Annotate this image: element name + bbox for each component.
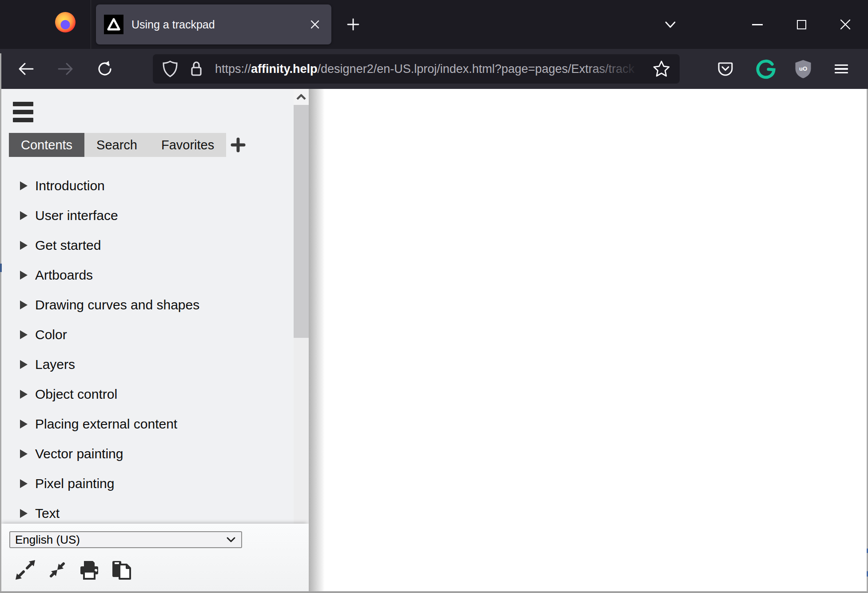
back-button[interactable] (13, 56, 38, 81)
browser-window: Using a trackpad (0, 0, 868, 593)
tree-item-user-interface[interactable]: User interface (0, 200, 291, 230)
tab-title: Using a trackpad (131, 18, 307, 31)
minimize-icon (752, 24, 763, 25)
language-select[interactable]: English (US) (9, 531, 242, 548)
grammarly-icon[interactable] (755, 58, 777, 80)
tree-item-introduction[interactable]: Introduction (0, 171, 291, 200)
screen-edge-artifact (0, 264, 2, 272)
expand-all-icon[interactable] (12, 557, 38, 583)
print-icon[interactable] (76, 557, 102, 583)
forward-button[interactable] (53, 56, 78, 81)
expand-arrow-icon[interactable] (20, 390, 28, 399)
scrollbar-up-arrow-icon[interactable] (294, 89, 309, 105)
navigation-toolbar: https://affinity.help/designer2/en-US.lp… (0, 49, 868, 89)
reload-button[interactable] (92, 56, 117, 81)
url-path: /designer2/en-US.lproj/index.html?page=p… (318, 62, 635, 76)
connection-secure-lock-icon[interactable] (189, 60, 203, 78)
affinity-favicon-icon (104, 15, 123, 34)
tree-item-get-started[interactable]: Get started (0, 230, 291, 260)
expand-arrow-icon[interactable] (20, 211, 28, 220)
url-domain: affinity.help (251, 62, 318, 76)
help-sidebar: Contents Search Favorites Introduction U… (0, 89, 309, 591)
minimize-button[interactable] (745, 12, 769, 36)
list-all-tabs-chevron-icon[interactable] (658, 12, 682, 36)
expand-arrow-icon[interactable] (20, 271, 28, 280)
url-bar[interactable]: https://affinity.help/designer2/en-US.lp… (153, 54, 680, 84)
expand-arrow-icon[interactable] (20, 449, 28, 458)
tree-item-vector-painting[interactable]: Vector painting (0, 439, 291, 469)
ublock-origin-icon[interactable]: uO (792, 58, 814, 80)
select-chevron-down-icon (226, 536, 236, 543)
tracking-protection-shield-icon[interactable] (162, 60, 178, 78)
scrollbar-thumb[interactable] (294, 105, 309, 338)
url-text: https://affinity.help/designer2/en-US.lp… (215, 62, 651, 76)
tree-item-placing-external-content[interactable]: Placing external content (0, 409, 291, 439)
tab-search[interactable]: Search (84, 133, 149, 157)
sidebar-tabstrip: Contents Search Favorites (9, 133, 226, 157)
expand-arrow-icon[interactable] (20, 181, 28, 190)
pocket-icon[interactable] (714, 58, 737, 80)
expand-arrow-icon[interactable] (20, 241, 28, 250)
application-menu-icon[interactable] (830, 58, 852, 80)
expand-arrow-icon[interactable] (20, 509, 28, 518)
titlebar: Using a trackpad (0, 0, 868, 49)
tab-favorites[interactable]: Favorites (149, 133, 226, 157)
hamburger-menu-icon (835, 62, 848, 76)
sidebar-bottom-panel: English (US) (0, 524, 309, 591)
expand-arrow-icon[interactable] (20, 301, 28, 309)
expand-arrow-icon[interactable] (20, 479, 28, 488)
page-content (309, 89, 868, 593)
svg-text:uO: uO (799, 65, 807, 72)
url-scheme: https:// (215, 62, 251, 76)
panel-icons (12, 557, 140, 583)
tree-item-color[interactable]: Color (0, 320, 291, 349)
browser-tab[interactable]: Using a trackpad (96, 4, 331, 44)
tab-close-icon[interactable] (307, 17, 323, 32)
firefox-logo-icon (55, 12, 76, 32)
tree-item-pixel-painting[interactable]: Pixel painting (0, 469, 291, 498)
expand-arrow-icon[interactable] (20, 330, 28, 339)
tree-item-object-control[interactable]: Object control (0, 379, 291, 409)
tree-item-drawing-curves-and-shapes[interactable]: Drawing curves and shapes (0, 290, 291, 320)
tab-contents[interactable]: Contents (9, 133, 84, 157)
copy-icon[interactable] (108, 557, 134, 583)
tree-item-layers[interactable]: Layers (0, 349, 291, 379)
tree-item-artboards[interactable]: Artboards (0, 260, 291, 290)
expand-arrow-icon[interactable] (20, 420, 28, 429)
maximize-icon (797, 20, 806, 29)
bookmark-star-icon[interactable] (651, 59, 672, 79)
maximize-button[interactable] (789, 12, 813, 36)
window-border-bottom (0, 591, 868, 593)
titlebar-divider (91, 0, 91, 49)
window-border-left (0, 53, 1, 593)
close-button[interactable] (833, 12, 857, 36)
new-tab-button[interactable] (341, 12, 365, 36)
add-tab-button[interactable] (228, 135, 248, 155)
sidebar-shadow (309, 89, 325, 593)
sidebar-scrollbar[interactable] (294, 89, 309, 524)
collapse-all-icon[interactable] (44, 557, 70, 583)
language-select-value: English (US) (15, 533, 226, 547)
contents-tree: Introduction User interface Get started … (0, 171, 291, 528)
sidebar-hamburger-icon[interactable] (13, 102, 34, 126)
expand-arrow-icon[interactable] (20, 360, 28, 369)
